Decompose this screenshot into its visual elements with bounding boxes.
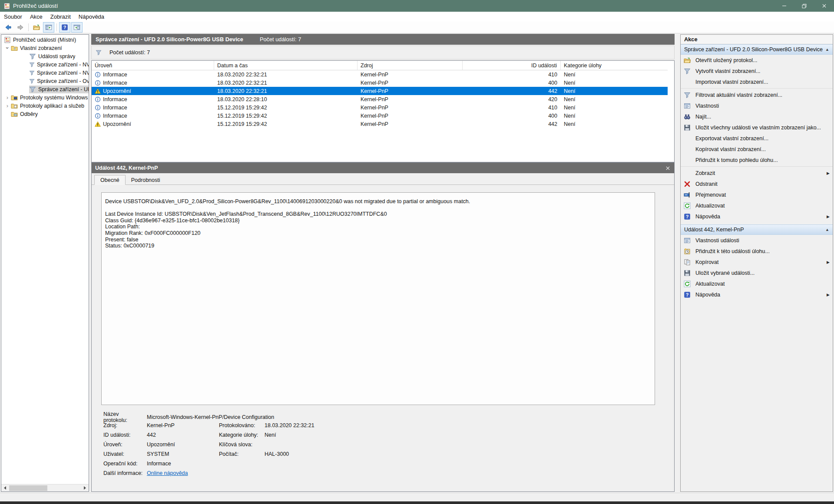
action-delete[interactable]: Odstranit bbox=[681, 178, 833, 189]
properties-icon bbox=[684, 102, 691, 109]
console-tree: Prohlížeč událostí (Místní) › Vlastní zo… bbox=[1, 35, 89, 484]
minimize-button[interactable] bbox=[774, 0, 794, 12]
event-list: Úroveň Datum a čas Zdroj ID události Kat… bbox=[91, 60, 675, 162]
tree-item-spravce-ufd-selected[interactable]: Správce zařízení - UFD 2.0 bbox=[1, 85, 89, 93]
scroll-left-arrow[interactable] bbox=[1, 484, 9, 492]
chevron-expanded-icon[interactable]: › bbox=[3, 45, 12, 52]
menu-zobrazit[interactable]: Zobrazit bbox=[46, 12, 75, 21]
action-import-custom-view[interactable]: Importovat vlastní zobrazení... bbox=[681, 76, 833, 87]
action-event-properties[interactable]: Vlastnosti události bbox=[681, 235, 833, 246]
tree-item-root[interactable]: Prohlížeč událostí (Místní) bbox=[1, 36, 89, 44]
action-properties[interactable]: Vlastnosti bbox=[681, 100, 833, 111]
field-value: Kernel-PnP bbox=[147, 422, 215, 428]
action-help[interactable]: Nápověda ▶ bbox=[681, 211, 833, 222]
collapse-arrow-icon[interactable]: ▲ bbox=[825, 227, 829, 232]
field-label: Kategorie úlohy: bbox=[219, 432, 261, 438]
tree-item-app-logs[interactable]: › Protokoly aplikací a služeb bbox=[1, 102, 89, 110]
field-label: Úroveň: bbox=[103, 441, 143, 448]
action-export-custom-view[interactable]: Exportovat vlastní zobrazení... bbox=[681, 133, 833, 144]
action-attach-task-to-event[interactable]: Přidružit k této události úlohu... bbox=[681, 246, 833, 257]
help-button[interactable] bbox=[59, 22, 70, 33]
close-icon bbox=[665, 165, 671, 171]
open-saved-log-button[interactable] bbox=[31, 22, 42, 33]
titlebar: Prohlížeč událostí bbox=[0, 0, 834, 12]
tab-obecne[interactable]: Obecné bbox=[94, 175, 126, 185]
event-row[interactable]: Informace 15.12.2019 15:29:42 Kernel-PnP… bbox=[92, 112, 668, 120]
field-value: Není bbox=[265, 432, 657, 438]
action-copy-custom-view[interactable]: Kopírovat vlastní zobrazení... bbox=[681, 144, 833, 155]
field-row: Název protokolu: Microsoft-Windows-Kerne… bbox=[103, 411, 657, 421]
event-description-box[interactable]: Device USBSTOR\Disk&Ven_UFD_2.0&Prod_Sil… bbox=[101, 192, 655, 405]
toolbar bbox=[0, 21, 834, 33]
action-find[interactable]: Najít... bbox=[681, 111, 833, 122]
show-action-pane-button[interactable] bbox=[71, 22, 83, 33]
info-icon bbox=[95, 80, 101, 86]
action-refresh[interactable]: Aktualizovat bbox=[681, 200, 833, 211]
info-icon bbox=[95, 72, 101, 78]
app-logs-folder-icon bbox=[11, 102, 18, 109]
field-label: ID události: bbox=[103, 432, 143, 438]
action-filter-current-view[interactable]: Filtrovat aktuální vlastní zobrazení... bbox=[681, 89, 833, 100]
menu-soubor[interactable]: Soubor bbox=[0, 12, 26, 21]
action-help-event[interactable]: Nápověda ▶ bbox=[681, 289, 833, 300]
field-label: Uživatel: bbox=[103, 451, 143, 457]
show-console-tree-button[interactable] bbox=[43, 22, 54, 33]
tree-item-spravce-ovladace[interactable]: Správce zařízení - Ovlada bbox=[1, 77, 89, 85]
action-save-selected-events[interactable]: Uložit vybrané události... bbox=[681, 267, 833, 278]
actions-section-header-view[interactable]: Správce zařízení - UFD 2.0 Silicon-Power… bbox=[681, 44, 833, 55]
close-button[interactable] bbox=[814, 0, 834, 12]
tree-item-spravce-nvidia-1[interactable]: Správce zařízení - NVIDIA bbox=[1, 60, 89, 69]
menubar: Soubor Akce Zobrazit Nápověda bbox=[0, 12, 834, 21]
menu-akce[interactable]: Akce bbox=[26, 12, 46, 21]
close-icon bbox=[821, 3, 827, 9]
chevron-collapsed-icon[interactable]: › bbox=[4, 102, 11, 110]
tree-item-subscriptions[interactable]: Odběry bbox=[1, 110, 89, 118]
event-row[interactable]: Informace 18.03.2020 22:28:10 Kernel-PnP… bbox=[92, 95, 668, 103]
event-row[interactable]: Informace 18.03.2020 22:32:21 Kernel-PnP… bbox=[92, 79, 668, 87]
column-header-kategorie[interactable]: Kategorie úlohy bbox=[561, 61, 668, 70]
event-row[interactable]: Informace 18.03.2020 22:32:21 Kernel-PnP… bbox=[92, 70, 668, 79]
action-save-all-events[interactable]: Uložit všechny události ve vlastním zobr… bbox=[681, 122, 833, 133]
column-header-uroven[interactable]: Úroveň bbox=[92, 61, 214, 70]
event-row[interactable]: Upozornění 15.12.2019 15:29:42 Kernel-Pn… bbox=[92, 120, 668, 128]
column-header-id[interactable]: ID události bbox=[463, 61, 561, 70]
event-row-selected[interactable]: Upozornění 18.03.2020 22:32:21 Kernel-Pn… bbox=[92, 87, 668, 95]
actions-divider bbox=[681, 166, 833, 167]
tab-podrobnosti[interactable]: Podrobnosti bbox=[126, 175, 166, 185]
tree-item-custom-views[interactable]: › Vlastní zobrazení bbox=[1, 44, 89, 52]
column-header-datum[interactable]: Datum a čas bbox=[214, 61, 357, 70]
rename-icon bbox=[684, 191, 691, 198]
tree-horizontal-scrollbar[interactable] bbox=[1, 484, 89, 491]
scrollbar-thumb[interactable] bbox=[9, 485, 47, 491]
tree-item-udalosti-spravy[interactable]: Události správy bbox=[1, 52, 89, 60]
restore-button[interactable] bbox=[794, 0, 814, 12]
tree-item-spravce-nvidia-2[interactable]: Správce zařízení - NVIDIA bbox=[1, 69, 89, 77]
window-bottom-edge bbox=[0, 501, 834, 504]
open-folder-icon bbox=[684, 57, 691, 64]
scroll-right-arrow[interactable] bbox=[81, 484, 89, 492]
back-button[interactable] bbox=[3, 22, 14, 33]
tree-item-windows-logs[interactable]: › Protokoly systému Windows bbox=[1, 93, 89, 102]
action-view[interactable]: Zobrazit ▶ bbox=[681, 168, 833, 178]
column-header-zdroj[interactable]: Zdroj bbox=[357, 61, 463, 70]
preview-close-button[interactable] bbox=[665, 165, 671, 171]
online-help-link[interactable]: Online nápověda bbox=[147, 470, 215, 476]
action-refresh-event[interactable]: Aktualizovat bbox=[681, 278, 833, 289]
forward-button[interactable] bbox=[15, 22, 26, 33]
chevron-collapsed-icon[interactable]: › bbox=[4, 93, 11, 102]
status-strip bbox=[0, 493, 834, 501]
properties-icon bbox=[684, 237, 691, 244]
action-rename[interactable]: Přejmenovat bbox=[681, 189, 833, 200]
find-icon bbox=[684, 113, 691, 120]
action-create-custom-view[interactable]: Vytvořit vlastní zobrazení... bbox=[681, 66, 833, 76]
action-copy[interactable]: Kopírovat ▶ bbox=[681, 257, 833, 267]
action-attach-task-to-view[interactable]: Přidružit k tomuto pohledu úlohu... bbox=[681, 155, 833, 165]
field-value: 18.03.2020 22:32:21 bbox=[265, 422, 657, 428]
action-open-saved-log[interactable]: Otevřít uložený protokol... bbox=[681, 55, 833, 66]
collapse-arrow-icon[interactable]: ▲ bbox=[825, 47, 829, 52]
actions-section-header-event[interactable]: Událost 442, Kernel-PnP ▲ bbox=[681, 224, 833, 235]
event-row[interactable]: Informace 15.12.2019 15:29:42 Kernel-PnP… bbox=[92, 103, 668, 112]
menu-napoveda[interactable]: Nápověda bbox=[75, 12, 108, 21]
description-line: Status: 0xC0000719 bbox=[105, 243, 655, 249]
help-icon bbox=[684, 213, 691, 220]
